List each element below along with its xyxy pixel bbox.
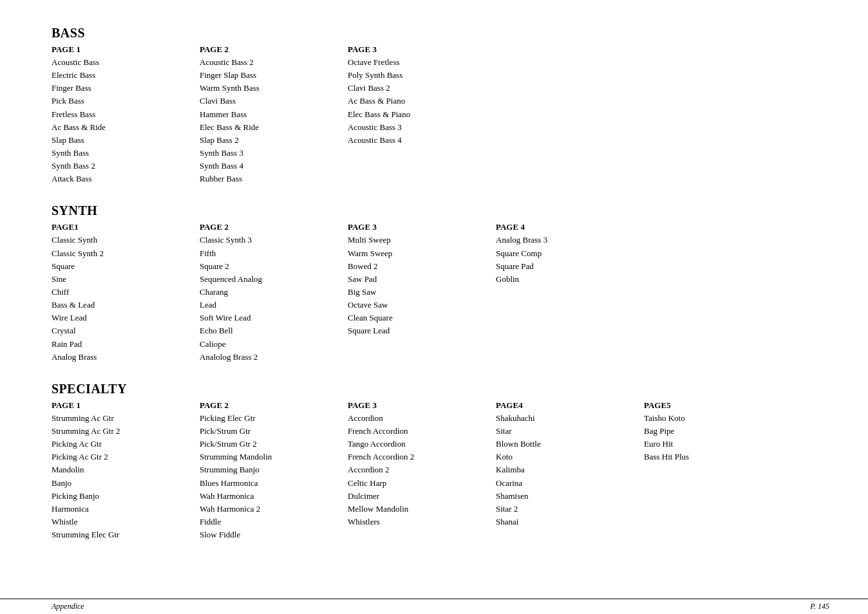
list-item: Ocarina bbox=[496, 477, 637, 490]
list-item: Picking Ac Gtr bbox=[52, 438, 193, 451]
list-item: Fretless Bass bbox=[52, 108, 193, 121]
page-label-specialty-2: PAGE 3 bbox=[348, 400, 489, 411]
list-item: Accordion 2 bbox=[348, 463, 489, 476]
list-item: Goblin bbox=[496, 273, 637, 286]
list-item: Crystal bbox=[52, 324, 193, 337]
list-item: Classic Synth 3 bbox=[200, 234, 341, 247]
list-item: Clavi Bass bbox=[200, 95, 341, 107]
list-item: Acoustic Bass 3 bbox=[348, 121, 489, 134]
section-bass: BASSPAGE 1Acoustic BassElectric BassFing… bbox=[52, 26, 829, 185]
list-item: Big Saw bbox=[348, 286, 489, 299]
list-item: Octave Fretless bbox=[348, 56, 489, 69]
list-item: Pick/Strum Gtr 2 bbox=[200, 438, 341, 451]
list-item: Acoustic Bass 2 bbox=[200, 56, 341, 69]
page-col-synth-3: PAGE 4Analog Brass 3Square CompSquare Pa… bbox=[496, 221, 637, 363]
item-list-specialty-0: Strumming Ac GtrStrumming Ac Gtr 2Pickin… bbox=[52, 412, 193, 541]
list-item: Sequenced Analog bbox=[200, 273, 341, 286]
section-title-bass: BASS bbox=[52, 26, 829, 41]
list-item: Strumming Banjo bbox=[200, 463, 341, 476]
list-item: Dulcimer bbox=[348, 490, 489, 503]
list-item: Slap Bass 2 bbox=[200, 134, 341, 147]
list-item: Hammer Bass bbox=[200, 108, 341, 121]
list-item: Multi Sweep bbox=[348, 234, 489, 247]
list-item: Electric Bass bbox=[52, 69, 193, 82]
item-list-bass-0: Acoustic BassElectric BassFinger BassPic… bbox=[52, 56, 193, 185]
list-item: Kalimba bbox=[496, 463, 637, 476]
list-item: Sine bbox=[52, 273, 193, 286]
page-label-specialty-3: PAGE4 bbox=[496, 400, 637, 411]
list-item: Charang bbox=[200, 286, 341, 299]
item-list-synth-3: Analog Brass 3Square CompSquare PadGobli… bbox=[496, 234, 637, 286]
list-item: Harmonica bbox=[52, 503, 193, 516]
list-item: Koto bbox=[496, 451, 637, 463]
section-title-synth: SYNTH bbox=[52, 203, 829, 218]
page-label-bass-0: PAGE 1 bbox=[52, 44, 193, 55]
page-col-specialty-4: PAGE5Taisho KotoBag PipeEuro HitBass Hit… bbox=[644, 399, 786, 541]
item-list-bass-1: Acoustic Bass 2Finger Slap BassWarm Synt… bbox=[200, 56, 341, 185]
list-item: Acoustic Bass bbox=[52, 56, 193, 69]
list-item: Lead bbox=[200, 299, 341, 312]
list-item: Mandolin bbox=[52, 463, 193, 476]
list-item: Wire Lead bbox=[52, 312, 193, 324]
list-item: Shakuhachi bbox=[496, 412, 637, 425]
page-col-bass-0: PAGE 1Acoustic BassElectric BassFinger B… bbox=[52, 43, 193, 185]
page-col-specialty-0: PAGE 1Strumming Ac GtrStrumming Ac Gtr 2… bbox=[52, 399, 193, 541]
list-item: French Accordion 2 bbox=[348, 451, 489, 463]
list-item: Slap Bass bbox=[52, 134, 193, 147]
list-item: Picking Elec Gtr bbox=[200, 412, 341, 425]
list-item: Slow Fiddle bbox=[200, 528, 341, 541]
list-item: Synth Bass 2 bbox=[52, 160, 193, 172]
page-col-bass-1: PAGE 2Acoustic Bass 2Finger Slap BassWar… bbox=[200, 43, 341, 185]
item-list-specialty-3: ShakuhachiSitarBlown BottleKotoKalimbaOc… bbox=[496, 412, 637, 528]
page-col-specialty-1: PAGE 2Picking Elec GtrPick/Strum GtrPick… bbox=[200, 399, 341, 541]
page-col-synth-1: PAGE 2Classic Synth 3FifthSquare 2Sequen… bbox=[200, 221, 341, 363]
list-item: Sitar 2 bbox=[496, 503, 637, 516]
list-item: Picking Ac Gtr 2 bbox=[52, 451, 193, 463]
page-label-bass-2: PAGE 3 bbox=[348, 44, 489, 55]
list-item: Shamisen bbox=[496, 490, 637, 503]
list-item: Sitar bbox=[496, 425, 637, 438]
list-item: Tango Accordion bbox=[348, 438, 489, 451]
list-item: Square 2 bbox=[200, 260, 341, 273]
pages-row-synth: PAGE1Classic SynthClassic Synth 2SquareS… bbox=[52, 221, 829, 363]
list-item: Octave Saw bbox=[348, 299, 489, 312]
list-item: Synth Bass 4 bbox=[200, 160, 341, 172]
section-specialty: SPECIALTYPAGE 1Strumming Ac GtrStrumming… bbox=[52, 382, 829, 541]
pages-row-bass: PAGE 1Acoustic BassElectric BassFinger B… bbox=[52, 43, 829, 185]
item-list-synth-0: Classic SynthClassic Synth 2SquareSineCh… bbox=[52, 234, 193, 363]
list-item: Ac Bass & Piano bbox=[348, 95, 489, 107]
list-item: Strumming Ac Gtr 2 bbox=[52, 425, 193, 438]
item-list-specialty-4: Taisho KotoBag PipeEuro HitBass Hit Plus bbox=[644, 412, 786, 464]
item-list-specialty-2: AccordionFrench AccordionTango Accordion… bbox=[348, 412, 489, 528]
page-label-synth-1: PAGE 2 bbox=[200, 222, 341, 232]
footer-left: Appendice bbox=[52, 602, 84, 611]
page-col-specialty-3: PAGE4ShakuhachiSitarBlown BottleKotoKali… bbox=[496, 399, 637, 541]
list-item: Clean Square bbox=[348, 312, 489, 324]
page-label-synth-0: PAGE1 bbox=[52, 222, 193, 232]
list-item: Taisho Koto bbox=[644, 412, 786, 425]
page-col-synth-0: PAGE1Classic SynthClassic Synth 2SquareS… bbox=[52, 221, 193, 363]
list-item: Strumming Mandolin bbox=[200, 451, 341, 463]
page-label-specialty-4: PAGE5 bbox=[644, 400, 786, 411]
item-list-bass-2: Octave FretlessPoly Synth BassClavi Bass… bbox=[348, 56, 489, 147]
list-item: Chiff bbox=[52, 286, 193, 299]
list-item: Bag Pipe bbox=[644, 425, 786, 438]
list-item: Rain Pad bbox=[52, 338, 193, 351]
list-item: Rubber Bass bbox=[200, 172, 341, 185]
list-item: Attack Bass bbox=[52, 172, 193, 185]
list-item: Saw Pad bbox=[348, 273, 489, 286]
pages-row-specialty: PAGE 1Strumming Ac GtrStrumming Ac Gtr 2… bbox=[52, 399, 829, 541]
page-label-specialty-1: PAGE 2 bbox=[200, 400, 341, 411]
list-item: Bowed 2 bbox=[348, 260, 489, 273]
list-item: Picking Banjo bbox=[52, 490, 193, 503]
list-item: Clavi Bass 2 bbox=[348, 82, 489, 95]
item-list-synth-1: Classic Synth 3FifthSquare 2Sequenced An… bbox=[200, 234, 341, 363]
section-title-specialty: SPECIALTY bbox=[52, 382, 829, 396]
page-label-specialty-0: PAGE 1 bbox=[52, 400, 193, 411]
list-item: Pick Bass bbox=[52, 95, 193, 107]
list-item: Bass Hit Plus bbox=[644, 451, 786, 463]
footer-right: P. 145 bbox=[810, 602, 829, 611]
list-item: Square bbox=[52, 260, 193, 273]
list-item: Blues Harmonica bbox=[200, 477, 341, 490]
page-label-bass-1: PAGE 2 bbox=[200, 44, 341, 55]
